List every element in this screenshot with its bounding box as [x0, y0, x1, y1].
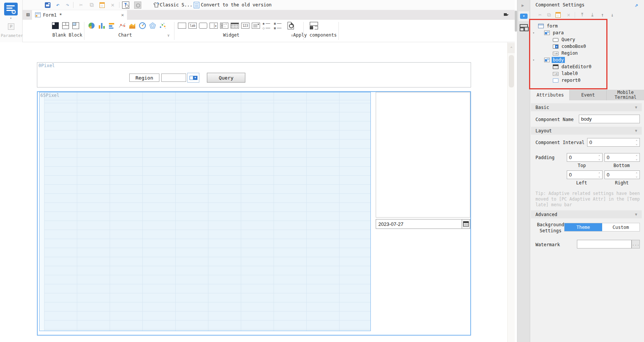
label0-widget[interactable]: [376, 92, 470, 218]
region-combobox-field[interactable]: [161, 74, 186, 82]
collapse-chevron-icon[interactable]: ▾: [532, 31, 535, 35]
spinner-arrows-icon[interactable]: ⌃⌄: [635, 153, 639, 161]
blank-block-report-icon[interactable]: [51, 22, 60, 29]
tree-item-dateeditor0[interactable]: dateEditor0: [530, 63, 644, 70]
spinner-arrows-icon[interactable]: ⌃⌄: [597, 153, 601, 161]
tree-item-region[interactable]: lab Region: [530, 50, 644, 57]
section-layout[interactable]: Layout ▼: [531, 127, 642, 135]
bar-chart-icon[interactable]: [108, 22, 116, 29]
scrollbar-thumb[interactable]: [509, 55, 514, 87]
tree-item-form[interactable]: form: [530, 23, 644, 29]
padding-bottom-input[interactable]: [605, 153, 634, 161]
tree-cut-button[interactable]: ✂: [536, 11, 544, 18]
tree-item-report0[interactable]: report0: [530, 77, 644, 84]
spinner-arrows-icon[interactable]: ⌃⌄: [635, 171, 639, 179]
spinner-arrows-icon[interactable]: ⌃⌄: [635, 138, 639, 146]
redo-button[interactable]: ↷: [63, 1, 72, 9]
blank-block-tab-icon[interactable]: [61, 22, 70, 29]
padding-right-spinner[interactable]: ⌃⌄: [604, 170, 640, 179]
checkbox-panel-widget-icon[interactable]: [220, 22, 228, 29]
apply-components-icon[interactable]: [310, 22, 318, 29]
column-chart-icon[interactable]: [98, 22, 106, 29]
query-widget-icon[interactable]: [286, 22, 295, 29]
save-button[interactable]: [43, 1, 52, 9]
padding-top-spinner[interactable]: ⌃⌄: [567, 153, 603, 162]
copy-button[interactable]: ⧉: [87, 1, 96, 9]
padding-bottom-spinner[interactable]: ⌃⌄: [604, 153, 640, 162]
radar-chart-icon[interactable]: [148, 22, 157, 29]
theme-option[interactable]: Theme: [564, 223, 602, 231]
component-interval-input[interactable]: [587, 138, 634, 146]
date-editor-widget[interactable]: [376, 219, 470, 229]
paste-button[interactable]: [98, 1, 106, 9]
line-chart-icon[interactable]: [118, 22, 126, 29]
tab-event[interactable]: Event: [569, 90, 606, 100]
date-picker-button[interactable]: [462, 219, 470, 229]
parameters-icon[interactable]: P: [8, 23, 14, 30]
tab-attributes[interactable]: Attributes: [531, 90, 569, 100]
search-disabled-button[interactable]: [133, 1, 142, 9]
undo-button[interactable]: ↶: [54, 1, 62, 9]
tree-paste-button[interactable]: [554, 11, 562, 18]
new-template-icon[interactable]: ⊞: [24, 11, 31, 18]
tab-close-icon[interactable]: ×: [121, 12, 124, 18]
tab-list-icon[interactable]: [504, 13, 509, 17]
tree-delete-button[interactable]: ✕: [565, 11, 572, 18]
tree-item-para[interactable]: ▾ para: [530, 29, 644, 36]
combobox-widget-icon[interactable]: ▼: [210, 22, 218, 29]
tree-copy-button[interactable]: ⧉: [545, 11, 553, 18]
button-widget-icon[interactable]: [199, 22, 207, 29]
component-name-input[interactable]: [579, 115, 640, 123]
pie-chart-icon[interactable]: [87, 22, 96, 29]
app-menu-chevron-icon[interactable]: ▾: [10, 16, 12, 20]
watermark-browse-button[interactable]: ...: [632, 240, 640, 248]
padding-left-spinner[interactable]: ⌃⌄: [567, 170, 603, 179]
region-combobox-dropdown-button[interactable]: ▼: [187, 73, 199, 83]
watermark-input[interactable]: [577, 240, 632, 248]
convert-old-version-button[interactable]: Convert to the old version: [201, 2, 272, 8]
spinner-arrows-icon[interactable]: ⌃⌄: [597, 171, 601, 179]
tab-mobile-terminal[interactable]: Mobile Terminal: [606, 90, 644, 100]
app-logo-icon[interactable]: [4, 3, 18, 15]
classic-style-button[interactable]: Classic S...: [160, 2, 193, 8]
design-canvas[interactable]: 0Pixel Region ▼ Query 65Pixel: [23, 42, 507, 342]
move-down-button[interactable]: ↓: [609, 11, 616, 18]
query-button-widget[interactable]: Query: [207, 73, 245, 83]
tab-form1[interactable]: Form1 * ×: [32, 10, 127, 20]
padding-right-input[interactable]: [605, 171, 634, 179]
date-widget-icon[interactable]: [231, 22, 239, 29]
delete-button[interactable]: ✕: [109, 1, 117, 9]
radio-group-widget-icon[interactable]: ◉○: [262, 22, 271, 29]
canvas-vertical-scrollbar[interactable]: ⌃: [507, 42, 515, 342]
widget-settings-tool[interactable]: ▼: [519, 11, 529, 21]
number-widget-icon[interactable]: 123: [241, 22, 249, 29]
tree-item-combobox0[interactable]: comboBox0: [530, 43, 644, 50]
gauge-chart-icon[interactable]: [138, 22, 147, 29]
scatter-chart-icon[interactable]: [159, 22, 167, 29]
textarea-widget-icon[interactable]: [252, 22, 260, 29]
chart-group-chevron-icon[interactable]: ∨: [167, 33, 170, 37]
blank-block-absolute-icon[interactable]: [72, 22, 80, 29]
padding-left-input[interactable]: [567, 171, 597, 179]
tree-item-body[interactable]: ▾ body: [530, 57, 644, 63]
move-up-button[interactable]: ↑: [599, 11, 606, 18]
label-widget-icon[interactable]: lab: [188, 22, 197, 29]
collapse-chevron-icon[interactable]: ▾: [532, 58, 535, 62]
padding-top-input[interactable]: [567, 153, 597, 161]
textbox-widget-icon[interactable]: [178, 22, 186, 29]
component-library-icon[interactable]: [520, 24, 528, 31]
collapse-panel-icon[interactable]: ▶: [522, 3, 524, 8]
move-to-top-button[interactable]: ⤒: [578, 11, 586, 18]
custom-option[interactable]: Custom: [602, 223, 640, 231]
component-interval-spinner[interactable]: ⌃⌄: [587, 138, 640, 147]
scroll-up-button[interactable]: ⌃: [508, 43, 515, 53]
cut-button[interactable]: ✂: [77, 1, 85, 9]
area-chart-icon[interactable]: [128, 22, 136, 29]
template-search-button[interactable]: T: [121, 1, 130, 9]
para-block[interactable]: 0Pixel Region ▼ Query: [37, 62, 471, 87]
panel-pin-icon[interactable]: ⇗: [635, 2, 638, 8]
date-editor-input[interactable]: [376, 219, 462, 229]
body-block-selected[interactable]: 65Pixel: [37, 91, 471, 336]
checkbox-group-widget-icon[interactable]: ▣▣: [274, 22, 282, 29]
move-to-bottom-button[interactable]: ⤓: [589, 11, 596, 18]
